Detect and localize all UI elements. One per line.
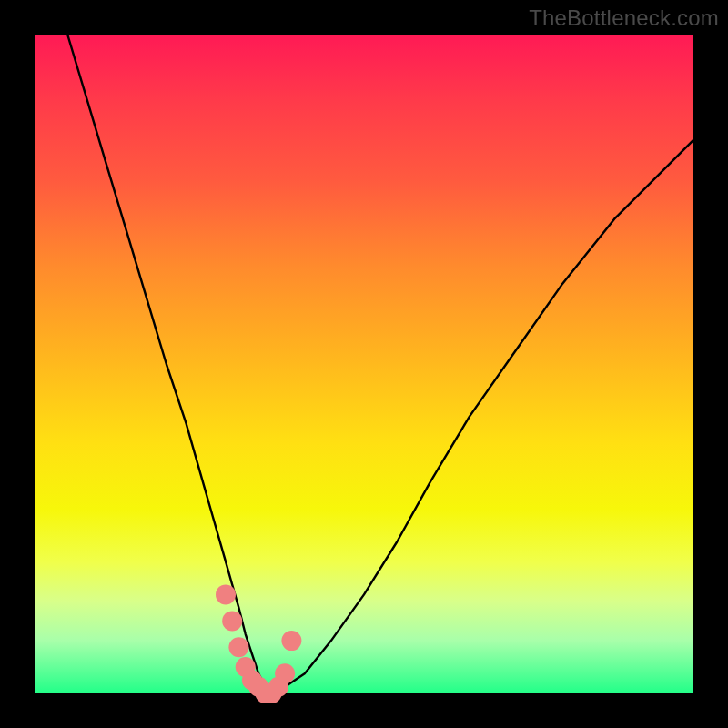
highlight-marker — [228, 637, 248, 657]
watermark-text: TheBottleneck.com — [529, 5, 719, 31]
highlight-marker — [216, 584, 236, 604]
highlight-marker — [275, 663, 295, 683]
highlight-marker — [281, 631, 301, 651]
chart-container: TheBottleneck.com — [0, 0, 728, 728]
highlight-marker — [222, 611, 242, 631]
bottleneck-curve-path — [67, 35, 693, 693]
plot-area — [35, 35, 693, 693]
bottleneck-curve — [35, 35, 693, 693]
